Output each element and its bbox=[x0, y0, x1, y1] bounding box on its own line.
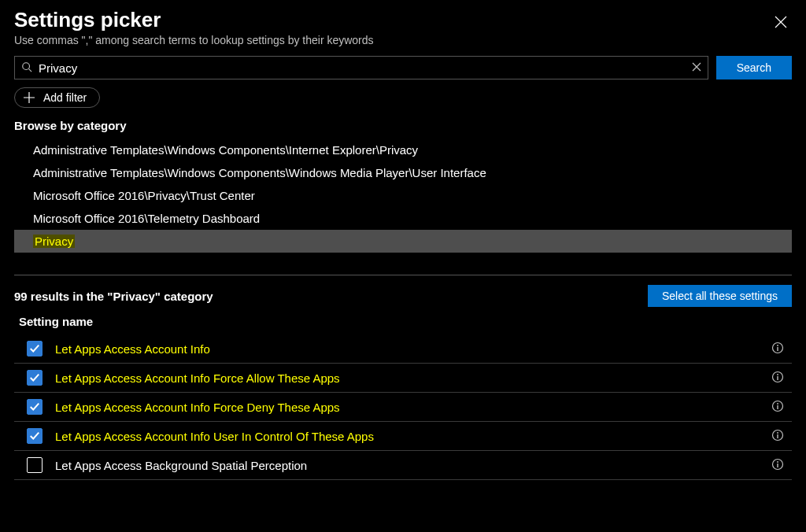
search-button[interactable]: Search bbox=[716, 56, 792, 79]
result-checkbox[interactable] bbox=[27, 341, 43, 357]
result-row[interactable]: Let Apps Access Account Info Force Allow… bbox=[14, 364, 792, 393]
add-filter-label: Add filter bbox=[43, 91, 87, 104]
search-field-container bbox=[14, 56, 708, 79]
section-divider bbox=[14, 275, 792, 275]
results-summary: 99 results in the "Privacy" category bbox=[14, 290, 213, 303]
result-row[interactable]: Let Apps Access Account Info Force Deny … bbox=[14, 393, 792, 422]
svg-point-11 bbox=[777, 432, 778, 434]
result-label: Let Apps Access Account Info bbox=[55, 342, 771, 356]
result-row[interactable]: Let Apps Access Background Spatial Perce… bbox=[14, 451, 792, 480]
svg-point-14 bbox=[777, 461, 778, 463]
svg-rect-3 bbox=[777, 347, 778, 351]
svg-point-0 bbox=[23, 62, 30, 69]
result-row[interactable]: Let Apps Access Account Info bbox=[14, 334, 792, 364]
result-checkbox[interactable] bbox=[27, 399, 43, 415]
clear-icon bbox=[692, 62, 701, 72]
svg-rect-15 bbox=[777, 464, 778, 467]
info-icon[interactable] bbox=[771, 400, 784, 415]
category-item[interactable]: Administrative Templates\Windows Compone… bbox=[14, 139, 792, 161]
category-item[interactable]: Microsoft Office 2016\Privacy\Trust Cent… bbox=[14, 184, 792, 207]
svg-rect-6 bbox=[777, 376, 778, 380]
check-icon bbox=[29, 401, 40, 412]
svg-point-8 bbox=[777, 403, 778, 405]
svg-point-2 bbox=[777, 345, 778, 346]
svg-point-5 bbox=[777, 374, 778, 375]
search-icon bbox=[21, 61, 32, 75]
result-checkbox[interactable] bbox=[27, 457, 43, 473]
clear-search-button[interactable] bbox=[692, 61, 701, 74]
svg-rect-9 bbox=[777, 405, 778, 409]
info-icon[interactable] bbox=[771, 458, 784, 473]
category-item[interactable]: Microsoft Office 2016\Telemetry Dashboar… bbox=[14, 207, 792, 230]
column-header-setting-name: Setting name bbox=[14, 315, 792, 328]
page-title: Settings picker bbox=[14, 8, 792, 32]
browse-by-category-label: Browse by category bbox=[14, 119, 792, 132]
check-icon bbox=[29, 372, 40, 383]
result-label: Let Apps Access Account Info User In Con… bbox=[55, 430, 771, 443]
close-button[interactable] bbox=[770, 11, 792, 33]
category-item[interactable]: Privacy bbox=[14, 230, 792, 253]
plus-icon bbox=[23, 91, 35, 104]
check-icon bbox=[29, 430, 40, 441]
result-label: Let Apps Access Account Info Force Deny … bbox=[55, 401, 771, 414]
result-row[interactable]: Let Apps Access Account Info User In Con… bbox=[14, 422, 792, 451]
close-icon bbox=[775, 16, 787, 28]
select-all-button[interactable]: Select all these settings bbox=[648, 285, 792, 307]
category-list: Administrative Templates\Windows Compone… bbox=[14, 139, 792, 253]
result-checkbox[interactable] bbox=[27, 370, 43, 386]
info-icon[interactable] bbox=[771, 429, 784, 444]
check-icon bbox=[29, 343, 40, 354]
result-label: Let Apps Access Background Spatial Perce… bbox=[55, 459, 771, 472]
category-item[interactable]: Administrative Templates\Windows Compone… bbox=[14, 161, 792, 184]
svg-rect-12 bbox=[777, 434, 778, 438]
add-filter-button[interactable]: Add filter bbox=[14, 87, 100, 108]
info-icon[interactable] bbox=[771, 371, 784, 386]
result-label: Let Apps Access Account Info Force Allow… bbox=[55, 371, 771, 385]
result-checkbox[interactable] bbox=[27, 428, 43, 444]
info-icon[interactable] bbox=[771, 342, 784, 357]
category-item-label: Privacy bbox=[33, 235, 75, 248]
search-input[interactable] bbox=[32, 61, 692, 75]
results-list[interactable]: Let Apps Access Account InfoLet Apps Acc… bbox=[14, 334, 792, 496]
page-subtitle: Use commas "," among search terms to loo… bbox=[14, 34, 792, 46]
